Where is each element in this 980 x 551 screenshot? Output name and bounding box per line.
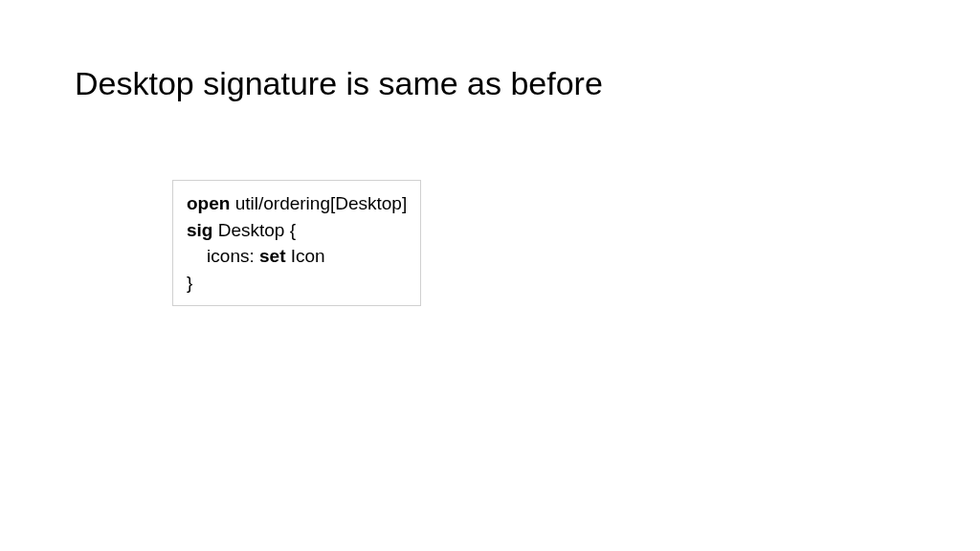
code-line-4: } [187,270,407,297]
code-line-1: open util/ordering[Desktop] [187,190,407,217]
code-line-2: sig Desktop { [187,217,407,244]
slide-title: Desktop signature is same as before [75,65,603,102]
keyword-set: set [259,246,285,266]
keyword-sig: sig [187,220,212,240]
code-text: util/ordering[Desktop] [230,193,407,213]
code-text: Icon [286,246,325,266]
code-text: Desktop { [212,220,296,240]
code-indent: icons: [187,246,259,266]
keyword-open: open [187,193,230,213]
code-line-3: icons: set Icon [187,243,407,270]
code-box: open util/ordering[Desktop] sig Desktop … [172,180,421,306]
